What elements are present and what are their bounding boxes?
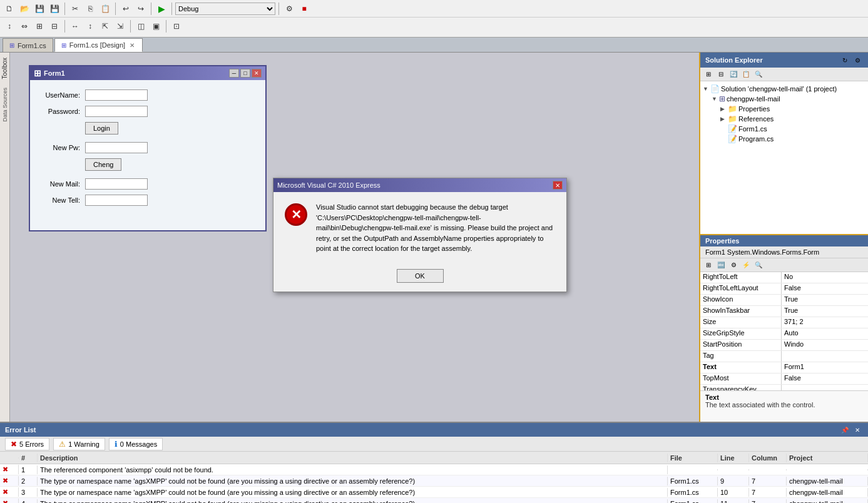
prop-name: TopMost bbox=[700, 373, 782, 384]
warnings-badge[interactable]: ⚠ 1 Warning bbox=[53, 438, 105, 450]
prop-name: ShowInTaskbar bbox=[700, 306, 782, 317]
separator8 bbox=[166, 20, 166, 33]
new-project-btn[interactable]: 🗋 bbox=[3, 2, 16, 16]
tb2-btn4[interactable]: ⊟ bbox=[48, 19, 61, 33]
paste-btn[interactable]: 📋 bbox=[98, 2, 112, 16]
prop-value: Auto bbox=[782, 328, 868, 339]
design-surface: ⊞ Form1 ─ □ ✕ UserName: Password: bbox=[10, 53, 699, 422]
prop-row: Text Form1 bbox=[700, 362, 868, 373]
tree-references-label: References bbox=[738, 115, 774, 123]
properties-table: RightToLeft No RightToLeftLayout False S… bbox=[700, 272, 868, 390]
tab-label-2: Form1.cs [Design] bbox=[69, 41, 125, 49]
tree-properties[interactable]: ▶ 📁 Properties bbox=[703, 104, 865, 114]
tree-solution[interactable]: ▼ 📄 Solution 'chengpw-tell-mail' (1 proj… bbox=[703, 84, 865, 94]
tab-label-1: Form1.cs bbox=[18, 42, 46, 49]
tb2-btn9[interactable]: ◫ bbox=[134, 19, 148, 33]
tb2-btn8[interactable]: ⇲ bbox=[113, 19, 127, 33]
cut-btn[interactable]: ✂ bbox=[68, 2, 82, 16]
tree-programcs[interactable]: ▶ 📝 Program.cs bbox=[703, 134, 865, 144]
right-panel: Solution Explorer ↻ ⚙ ⊞ ⊟ 🔄 📋 🔍 ▼ 📄 Solu… bbox=[699, 53, 868, 422]
err-col: 7 bbox=[749, 477, 787, 485]
error-count: 5 Errors bbox=[19, 440, 44, 448]
tree-references[interactable]: ▶ 📁 References bbox=[703, 114, 865, 124]
build-btn[interactable]: ⚙ bbox=[282, 2, 296, 16]
header-icon: # bbox=[19, 454, 38, 462]
dialog-ok-btn[interactable]: OK bbox=[397, 269, 444, 283]
debug-combo[interactable]: Debug bbox=[175, 3, 275, 15]
props-categorized-btn[interactable]: ⊞ bbox=[703, 260, 714, 271]
separator1 bbox=[64, 3, 65, 15]
sol-props-btn[interactable]: ⚙ bbox=[852, 54, 863, 66]
tree-arrow-sol: ▼ bbox=[703, 86, 709, 92]
sol-tb2[interactable]: ⊟ bbox=[715, 69, 727, 80]
tb2-btn1[interactable]: ↕ bbox=[3, 19, 16, 33]
messages-badge[interactable]: ℹ 0 Messages bbox=[109, 438, 163, 450]
tb2-btn11[interactable]: ⊡ bbox=[170, 19, 183, 33]
err-num: 3 bbox=[19, 488, 38, 497]
save-btn[interactable]: 💾 bbox=[33, 2, 46, 16]
properties-folder-icon: 📁 bbox=[728, 104, 737, 113]
tb2-btn6[interactable]: ↕ bbox=[83, 19, 97, 33]
message-count: 0 Messages bbox=[120, 440, 157, 448]
props-alpha-btn[interactable]: 🔤 bbox=[715, 260, 727, 271]
undo-btn[interactable]: ↩ bbox=[119, 2, 133, 16]
tree-form1cs[interactable]: ▶ 📝 Form1.cs bbox=[703, 124, 865, 134]
tb2-btn7[interactable]: ⇱ bbox=[98, 19, 112, 33]
separator4 bbox=[171, 3, 172, 15]
tree-project[interactable]: ▼ ⊞ chengpw-tell-mail bbox=[703, 94, 865, 104]
error-row[interactable]: ✖ 1 The referenced component 'asixmpp' c… bbox=[0, 464, 868, 475]
error-row[interactable]: ✖ 2 The type or namespace name 'agsXMPP'… bbox=[0, 475, 868, 487]
prop-row: RightToLeft No bbox=[700, 272, 868, 283]
tab-icon-1: ⊞ bbox=[9, 42, 14, 49]
error-dialog: Microsoft Visual C# 2010 Express ✕ ✕ Vis… bbox=[273, 178, 567, 292]
props-props-btn[interactable]: ⚙ bbox=[728, 260, 739, 271]
err-project: chengpw-tell-mail bbox=[787, 477, 868, 485]
tb2-btn5[interactable]: ↔ bbox=[68, 19, 82, 33]
props-events-btn[interactable]: ⚡ bbox=[740, 260, 752, 271]
left-toolbox: Toolbox Data Sources bbox=[0, 53, 10, 422]
err-icon: ✖ bbox=[0, 487, 19, 497]
copy-btn[interactable]: ⎘ bbox=[83, 2, 97, 16]
prop-row: Size 371; 2 bbox=[700, 317, 868, 328]
stop-btn[interactable]: ■ bbox=[297, 2, 311, 16]
tab-form1cs[interactable]: ⊞ Form1.cs bbox=[3, 38, 53, 52]
err-desc: The type or namespace name 'agsXMPP' cou… bbox=[38, 477, 668, 485]
sol-tb1[interactable]: ⊞ bbox=[703, 69, 714, 80]
error-list-pin-btn[interactable]: 📌 bbox=[839, 424, 850, 435]
props-search-btn[interactable]: 🔍 bbox=[753, 260, 764, 271]
tab-icon-2: ⊞ bbox=[61, 42, 66, 49]
dialog-title-text: Microsoft Visual C# 2010 Express bbox=[277, 181, 380, 189]
solution-explorer-title: Solution Explorer ↻ ⚙ bbox=[700, 53, 868, 68]
dialog-footer: OK bbox=[273, 264, 566, 292]
tree-project-label: chengpw-tell-mail bbox=[727, 95, 780, 103]
toolbox-label: Toolbox bbox=[1, 55, 8, 81]
open-file-btn[interactable]: 📂 bbox=[18, 2, 31, 16]
err-col: 7 bbox=[749, 488, 787, 497]
sol-tb5[interactable]: 🔍 bbox=[753, 69, 764, 80]
err-file: Form1.cs bbox=[668, 488, 718, 497]
sol-refresh-btn[interactable]: ↻ bbox=[839, 54, 850, 66]
dialog-close-btn[interactable]: ✕ bbox=[553, 181, 563, 190]
save-all-btn[interactable]: 💾 bbox=[48, 2, 61, 16]
err-file: Form1.cs bbox=[668, 499, 718, 504]
header-desc: Description bbox=[38, 454, 668, 462]
error-row[interactable]: ✖ 4 The type or namespace name 'agsXMPP'… bbox=[0, 498, 868, 503]
warning-count: 1 Warning bbox=[68, 440, 100, 448]
error-row[interactable]: ✖ 3 The type or namespace name 'agsXMPP'… bbox=[0, 487, 868, 498]
err-col: 7 bbox=[749, 499, 787, 504]
err-num: 2 bbox=[19, 477, 38, 485]
sol-tb4[interactable]: 📋 bbox=[740, 69, 752, 80]
sol-tb3[interactable]: 🔄 bbox=[728, 69, 739, 80]
tab-form1cs-design[interactable]: ⊞ Form1.cs [Design] ✕ bbox=[54, 38, 143, 52]
tab-bar: ⊞ Form1.cs ⊞ Form1.cs [Design] ✕ bbox=[0, 38, 868, 53]
tb2-btn2[interactable]: ⇔ bbox=[18, 19, 31, 33]
tab-close-btn[interactable]: ✕ bbox=[128, 42, 136, 49]
err-project bbox=[787, 469, 868, 470]
tb2-btn10[interactable]: ▣ bbox=[149, 19, 163, 33]
tb2-btn3[interactable]: ⊞ bbox=[33, 19, 46, 33]
redo-btn[interactable]: ↪ bbox=[134, 2, 148, 16]
errors-badge[interactable]: ✖ 5 Errors bbox=[5, 438, 49, 450]
run-btn[interactable]: ▶ bbox=[155, 2, 168, 16]
error-list-close-btn[interactable]: ✕ bbox=[852, 424, 863, 435]
err-desc: The type or namespace name 'agsXMPP' cou… bbox=[38, 499, 668, 504]
